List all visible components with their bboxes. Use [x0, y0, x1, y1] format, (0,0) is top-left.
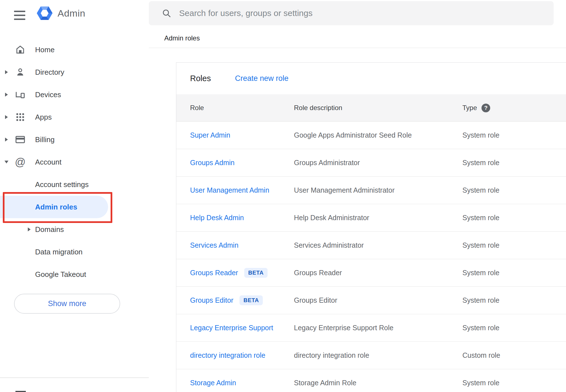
create-new-role-link[interactable]: Create new role [235, 74, 289, 83]
role-description: Google Apps Administrator Seed Role [294, 131, 412, 139]
role-cell: Legacy Enterprise Support [190, 324, 273, 332]
sidebar-item-label: Devices [35, 90, 61, 99]
table-body: Super AdminGoogle Apps Administrator See… [176, 122, 566, 392]
sidebar-item-billing[interactable]: Billing [0, 128, 149, 151]
role-type: System role [462, 269, 499, 277]
table-header-row: Role Role description Type ? [176, 94, 566, 122]
sidebar-item-account[interactable]: @ Account [0, 151, 149, 173]
sidebar-item-label: Home [35, 45, 54, 54]
role-link[interactable]: Groups Reader [190, 269, 238, 277]
expand-arrow-icon[interactable] [5, 115, 8, 119]
role-link[interactable]: Storage Admin [190, 379, 236, 387]
column-header-role: Role [190, 104, 204, 112]
role-link[interactable]: User Management Admin [190, 186, 269, 194]
search-icon [162, 8, 171, 18]
sidebar-divider [0, 377, 149, 378]
sidebar-subitem-label: Domains [35, 225, 64, 234]
role-cell: Groups ReaderBETA [190, 268, 268, 278]
role-cell: Services Admin [190, 241, 238, 249]
role-type: System role [462, 131, 499, 139]
role-cell: User Management Admin [190, 186, 269, 194]
sidebar-nav: Home Directory Devices [0, 38, 149, 286]
beta-badge: BETA [239, 295, 263, 305]
role-description: User Management Administrator [294, 186, 394, 194]
app-title: Admin [58, 8, 85, 19]
role-link[interactable]: Services Admin [190, 241, 238, 249]
table-row: Groups AdminGroups AdministratorSystem r… [176, 149, 566, 177]
role-cell: Super Admin [190, 131, 230, 139]
role-link[interactable]: Legacy Enterprise Support [190, 324, 273, 332]
role-link[interactable]: directory integration role [190, 351, 265, 359]
sidebar-item-label: Directory [35, 68, 64, 77]
role-type: System role [462, 296, 499, 304]
table-row: Groups ReaderBETAGroups ReaderSystem rol… [176, 259, 566, 287]
expand-arrow-icon[interactable] [28, 227, 31, 231]
role-type: System role [462, 241, 499, 249]
role-link[interactable]: Super Admin [190, 131, 230, 139]
table-row: Services AdminServices AdministratorSyst… [176, 232, 566, 259]
help-icon[interactable]: ? [481, 104, 490, 112]
sidebar-item-google-takeout[interactable]: Google Takeout [0, 263, 149, 286]
sidebar-subitem-label: Account settings [35, 180, 89, 189]
partial-bottom-icon [15, 391, 26, 392]
breadcrumb: Admin roles [164, 34, 200, 42]
role-link[interactable]: Groups Admin [190, 159, 234, 167]
hamburger-menu-icon[interactable] [14, 11, 25, 21]
role-description: Help Desk Administrator [294, 214, 369, 222]
role-type: Custom role [462, 351, 500, 359]
table-row: Help Desk AdminHelp Desk AdministratorSy… [176, 204, 566, 232]
role-cell: Help Desk Admin [190, 214, 244, 222]
collapse-arrow-icon[interactable] [4, 161, 8, 163]
role-cell: Groups Admin [190, 159, 234, 167]
search-input[interactable] [179, 8, 554, 18]
roles-card: Roles Create new role Role Role descript… [176, 62, 566, 392]
sidebar-item-apps[interactable]: Apps [0, 106, 149, 128]
table-row: User Management AdminUser Management Adm… [176, 177, 566, 204]
table-row: Storage AdminStorage Admin RoleSystem ro… [176, 369, 566, 392]
role-description: Services Administrator [294, 241, 364, 249]
apps-grid-icon [15, 111, 26, 123]
search-bar[interactable] [149, 1, 554, 25]
expand-arrow-icon[interactable] [5, 70, 8, 74]
expand-arrow-icon[interactable] [5, 93, 8, 97]
table-row: Groups EditorBETAGroups EditorSystem rol… [176, 287, 566, 314]
role-cell: directory integration role [190, 351, 265, 359]
table-row: directory integration roledirectory inte… [176, 342, 566, 369]
role-link[interactable]: Help Desk Admin [190, 214, 244, 222]
show-more-button[interactable]: Show more [14, 294, 120, 314]
sidebar-item-account-settings[interactable]: Account settings [0, 173, 149, 196]
column-header-type: Type ? [462, 104, 490, 112]
credit-card-icon [15, 134, 26, 145]
column-header-description: Role description [294, 104, 342, 112]
sidebar-item-home[interactable]: Home [0, 38, 149, 61]
person-icon [15, 67, 26, 78]
role-description: Groups Administrator [294, 159, 360, 167]
sidebar-item-directory[interactable]: Directory [0, 61, 149, 83]
sidebar-item-domains[interactable]: Domains [0, 218, 149, 241]
role-type: System role [462, 324, 499, 332]
devices-icon [15, 89, 26, 100]
role-description: directory integration role [294, 351, 369, 359]
sidebar-item-admin-roles[interactable]: Admin roles [0, 196, 149, 218]
admin-hexagon-logo-icon [36, 4, 54, 22]
role-type: System role [462, 379, 499, 387]
sidebar: Admin Home Directory [0, 0, 149, 392]
role-cell: Storage Admin [190, 379, 236, 387]
role-type: System role [462, 159, 499, 167]
header-divider [149, 48, 566, 48]
sidebar-subitem-label: Google Takeout [35, 270, 86, 279]
role-description: Groups Editor [294, 296, 337, 304]
role-cell: Groups EditorBETA [190, 295, 263, 305]
expand-arrow-icon[interactable] [5, 138, 8, 142]
role-description: Groups Reader [294, 269, 342, 277]
sidebar-subitem-label: Data migration [35, 248, 83, 256]
role-link[interactable]: Groups Editor [190, 296, 233, 304]
sidebar-item-label: Account [35, 158, 61, 167]
beta-badge: BETA [244, 268, 268, 278]
sidebar-item-data-migration[interactable]: Data migration [0, 241, 149, 263]
role-type: System role [462, 214, 499, 222]
page-title: Roles [190, 74, 211, 83]
table-row: Super AdminGoogle Apps Administrator See… [176, 122, 566, 149]
at-sign-icon: @ [15, 156, 26, 168]
sidebar-item-devices[interactable]: Devices [0, 83, 149, 106]
